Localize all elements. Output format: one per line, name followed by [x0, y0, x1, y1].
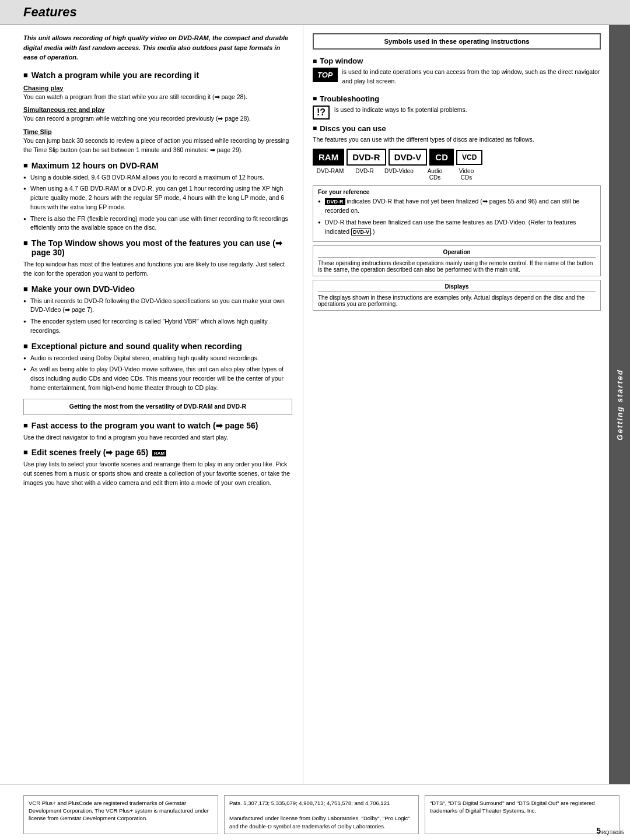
- bullet-dvd-1: This unit records to DVD-R following the…: [23, 297, 292, 315]
- bottom-area: VCR Plus+ and PlusCode are registered tr…: [0, 784, 630, 840]
- trademark-boxes: VCR Plus+ and PlusCode are registered tr…: [23, 795, 620, 834]
- simul-text: You can record a program while watching …: [23, 114, 292, 124]
- displays-box: Displays The displays shown in these ins…: [313, 280, 601, 311]
- disc-label-vcd: VideoCDs: [453, 168, 480, 181]
- dvdv-badge: DVD-V: [351, 229, 371, 236]
- info-box-versatility: Getting the most from the versatility of…: [23, 399, 292, 415]
- section-heading-exceptional: Exceptional picture and sound quality wh…: [23, 342, 292, 351]
- model-number: RQT6035: [601, 830, 624, 835]
- badge-dvdr: DVD-R: [346, 149, 386, 166]
- chasing-text: You can watch a program from the start w…: [23, 93, 292, 102]
- symbols-box: Symbols used in these operating instruct…: [313, 33, 601, 50]
- section-fast-access: Fast access to the program you want to w…: [23, 421, 292, 442]
- fastaccess-text: Use the direct navigator to find a progr…: [23, 433, 292, 442]
- bullet-max-3: There is also the FR (flexible recording…: [23, 215, 292, 233]
- section-top-window: The Top Window shows you most of the fea…: [23, 238, 292, 279]
- page-container: Features This unit allows recording of h…: [0, 0, 630, 840]
- section-make-dvd: Make your own DVD-Video This unit record…: [23, 284, 292, 336]
- troubleshoot-text: is used to indicate ways to fix potentia…: [334, 106, 467, 115]
- reference-box-title: For your reference: [318, 189, 596, 195]
- right-column: Symbols used in these operating instruct…: [303, 25, 630, 784]
- right-heading-troubleshoot: Troubleshooting: [313, 94, 601, 103]
- symbols-box-title: Symbols used in these operating instruct…: [320, 38, 594, 45]
- right-heading-topwin: Top window: [313, 57, 601, 65]
- bullet-max-1: Using a double-sided, 9.4 GB DVD-RAM all…: [23, 173, 292, 182]
- section-heading-edit: Edit scenes freely (➡ page 65) RAM: [23, 448, 292, 457]
- content-area: This unit allows recording of high quali…: [0, 25, 630, 784]
- disc-label-ram: DVD-RAM: [313, 168, 348, 181]
- timeslip-text: You can jump back 30 seconds to review a…: [23, 136, 292, 155]
- section-max-hours: Maximum 12 hours on DVD-RAM Using a doub…: [23, 161, 292, 233]
- operation-box: Operation These operating instructions d…: [313, 245, 601, 276]
- disc-label-cd: AudioCDs: [419, 168, 451, 181]
- trademark-1: VCR Plus+ and PlusCode are registered tr…: [23, 795, 218, 834]
- subheading-chasing: Chasing play: [23, 85, 292, 92]
- ram-badge: RAM: [152, 450, 166, 456]
- disc-types: RAM DVD-R DVD-V CD VCD: [313, 149, 601, 166]
- disc-labels: DVD-RAM DVD-R DVD-Video AudioCDs VideoCD…: [313, 168, 601, 181]
- section-heading-watch: Watch a program while you are recording …: [23, 71, 292, 80]
- badge-cd: CD: [429, 149, 454, 166]
- bullet-max-2: When using a 4.7 GB DVD-RAM or a DVD-R, …: [23, 184, 292, 212]
- section-heading-makedvd: Make your own DVD-Video: [23, 284, 292, 294]
- section-heading-fastaccess: Fast access to the program you want to w…: [23, 421, 292, 430]
- operation-text: These operating instructions describe op…: [318, 260, 596, 273]
- ref-bullet-2: DVD-R that have been finalized can use t…: [318, 218, 596, 237]
- section-watch-record: Watch a program while you are recording …: [23, 71, 292, 155]
- discs-text: The features you can use with the differ…: [313, 135, 601, 145]
- trademark-2: Pats. 5,307,173; 5,335,079; 4,908,713; 4…: [224, 795, 419, 834]
- edit-heading-text: Edit scenes freely (➡ page 65) RAM: [32, 448, 166, 457]
- getting-started-tab: Getting started: [609, 25, 630, 784]
- sidebar-label-text: Getting started: [615, 369, 624, 440]
- left-column: This unit allows recording of high quali…: [0, 25, 303, 784]
- badge-ram: RAM: [313, 149, 344, 166]
- section-exceptional: Exceptional picture and sound quality wh…: [23, 342, 292, 393]
- disc-label-dvdr: DVD-R: [350, 168, 379, 181]
- displays-box-title: Displays: [318, 283, 596, 292]
- troubleshoot-badge: !?: [313, 106, 330, 120]
- trademark-4: "DTS", "DTS Digital Surround" and "DTS D…: [425, 795, 620, 834]
- displays-text: The displays shown in these instructions…: [318, 294, 596, 307]
- operation-box-title: Operation: [318, 249, 596, 258]
- disc-label-dvdv: DVD-Video: [382, 168, 416, 181]
- reference-box: For your reference DVD-R indicates DVD-R…: [313, 185, 601, 242]
- ref-bullet-1: DVD-R indicates DVD-R that have not yet …: [318, 197, 596, 216]
- bullet-exc-2: As well as being able to play DVD-Video …: [23, 365, 292, 392]
- badge-dvdv: DVD-V: [388, 149, 428, 166]
- badge-vcd: VCD: [456, 150, 482, 165]
- subheading-timeslip: Time Slip: [23, 128, 292, 135]
- bullet-exc-1: Audio is recorded using Dolby Digital st…: [23, 354, 292, 363]
- topwin-right-text: is used to indicate operations you can a…: [342, 68, 601, 86]
- topwin-text: The top window has most of the features …: [23, 260, 292, 279]
- top-window-row: TOP is used to indicate operations you c…: [313, 68, 601, 90]
- top-badge: TOP: [313, 68, 338, 82]
- edit-text: Use play lists to select your favorite s…: [23, 460, 292, 487]
- troubleshoot-row: !? is used to indicate ways to fix poten…: [313, 106, 601, 120]
- page-number: 5: [596, 826, 601, 835]
- dvdr-badge-inv: DVD-R: [325, 198, 345, 205]
- trademark-2-text: Pats. 5,307,173; 5,335,079; 4,908,713; 4…: [229, 799, 414, 807]
- subheading-simul: Simultaneous rec and play: [23, 106, 292, 113]
- info-box-title: Getting the most from the versatility of…: [30, 403, 286, 410]
- section-edit-scenes: Edit scenes freely (➡ page 65) RAM Use p…: [23, 448, 292, 487]
- intro-text: This unit allows recording of high quali…: [23, 33, 292, 62]
- trademark-3-text: Manufactured under license from Dolby La…: [229, 814, 414, 830]
- page-title-bar: Features: [0, 0, 630, 25]
- section-heading-max: Maximum 12 hours on DVD-RAM: [23, 161, 292, 170]
- right-heading-discs: Discs you can use: [313, 124, 601, 133]
- page-title: Features: [23, 5, 618, 20]
- bullet-dvd-2: The encoder system used for recording is…: [23, 317, 292, 336]
- section-heading-topwin: The Top Window shows you most of the fea…: [23, 238, 292, 257]
